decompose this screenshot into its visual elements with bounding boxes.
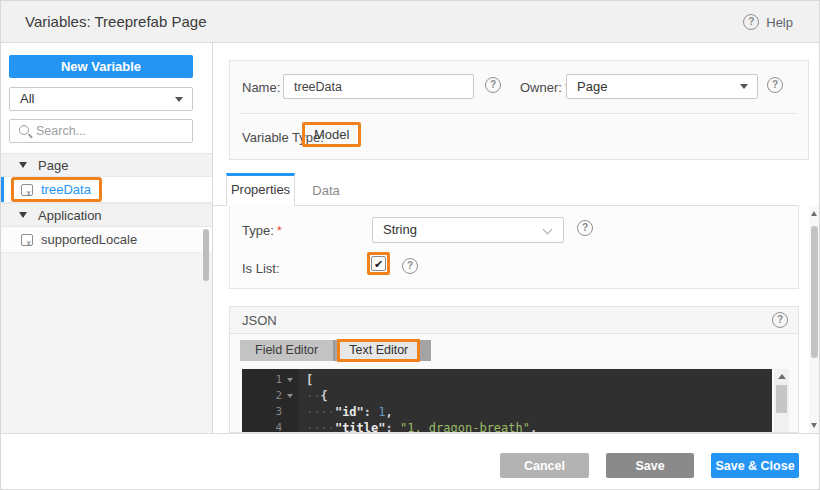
- sidebar-item-supportedlocale[interactable]: xsupportedLocale: [1, 227, 212, 253]
- owner-help-icon[interactable]: ?: [767, 77, 783, 93]
- is-list-help-icon[interactable]: ?: [402, 258, 418, 274]
- variables-tree: PagextreeDataApplicationxsupportedLocale: [1, 153, 212, 253]
- highlight-box: xtreeData: [11, 177, 102, 202]
- search-icon: [19, 125, 29, 135]
- help-label: Help: [766, 15, 793, 30]
- item-content: xsupportedLocale: [21, 232, 137, 247]
- code-line: 3····"id": 1,: [242, 404, 772, 420]
- cancel-button[interactable]: Cancel: [500, 453, 589, 478]
- scroll-up-arrow-icon[interactable]: [811, 211, 817, 216]
- variables-dialog: Variables: Treeprefab Page ? Help New Va…: [0, 0, 820, 490]
- json-code-editor[interactable]: 1[2··{3····"id": 1,4····"title": "1. dra…: [242, 369, 772, 433]
- json-panel-header: JSON ?: [230, 307, 798, 334]
- line-number: 3: [242, 404, 282, 420]
- dropdown-caret-icon: [740, 84, 748, 89]
- line-number: 4: [242, 420, 282, 433]
- page-title: Variables: Treeprefab Page: [25, 13, 207, 30]
- content-scrollbar[interactable]: [809, 206, 820, 433]
- tree-group-label: Page: [38, 158, 68, 173]
- chevron-down-icon: [543, 225, 553, 235]
- code-line: 4····"title": "1. dragon-breath",: [242, 420, 772, 433]
- sidebar-scrollbar-thumb[interactable]: [203, 229, 209, 281]
- dropdown-caret-icon: [175, 97, 183, 102]
- properties-panel: Type:* String ? Is List: ✔ ?: [229, 206, 799, 289]
- search-input[interactable]: [36, 121, 188, 141]
- variable-type-value-highlighted: Model: [302, 122, 361, 147]
- divider: [240, 113, 798, 114]
- code-lines: 1[2··{3····"id": 1,4····"title": "1. dra…: [242, 372, 772, 433]
- is-list-highlight-box: ✔: [367, 252, 390, 275]
- owner-label: Owner:*: [520, 80, 570, 95]
- required-marker: *: [277, 223, 282, 238]
- scroll-down-arrow-icon[interactable]: [811, 423, 817, 428]
- code-line: 1[: [242, 372, 772, 388]
- json-help-icon[interactable]: ?: [772, 312, 788, 328]
- variable-summary-panel: Name:* ? Owner:* Page ? Variable Type: M…: [229, 60, 809, 160]
- owner-select[interactable]: Page: [566, 74, 758, 99]
- variable-filter-select[interactable]: All: [9, 87, 193, 111]
- json-panel: JSON ? Field Editor Text Editor 1[2··{3·…: [229, 306, 799, 433]
- help-circle-icon: ?: [743, 14, 759, 30]
- model-variable-icon: x: [21, 184, 33, 196]
- save-and-close-button[interactable]: Save & Close: [711, 453, 799, 478]
- content-scrollbar-thumb[interactable]: [811, 226, 818, 358]
- variable-name-label: treeData: [41, 182, 91, 197]
- editor-scrollbar-thumb[interactable]: [776, 385, 787, 413]
- type-selected-value: String: [383, 222, 417, 237]
- variables-sidebar: New Variable All PagextreeDataApplicatio…: [1, 43, 213, 433]
- model-variable-icon: x: [21, 234, 33, 246]
- variable-search: [9, 119, 193, 143]
- name-input[interactable]: [283, 74, 474, 99]
- field-editor-tab[interactable]: Field Editor: [240, 340, 335, 361]
- editor-mode-toggle: Field Editor Text Editor: [240, 340, 431, 361]
- dialog-footer: Cancel Save Save & Close: [1, 433, 820, 490]
- collapse-caret-icon[interactable]: [19, 212, 27, 218]
- type-help-icon[interactable]: ?: [577, 220, 593, 236]
- fold-caret-icon[interactable]: [287, 394, 293, 398]
- collapse-caret-icon[interactable]: [19, 162, 27, 168]
- name-help-icon[interactable]: ?: [485, 77, 501, 93]
- tree-group-application[interactable]: Application: [1, 203, 212, 227]
- dialog-header: Variables: Treeprefab Page ? Help: [1, 1, 820, 43]
- owner-selected-value: Page: [577, 79, 607, 94]
- tab-properties[interactable]: Properties: [226, 173, 295, 206]
- variable-name-label: supportedLocale: [41, 232, 137, 247]
- tree-group-label: Application: [38, 208, 102, 223]
- code-text: ··{: [306, 388, 328, 404]
- text-editor-tab-highlighted[interactable]: Text Editor: [337, 339, 420, 362]
- tree-group-page[interactable]: Page: [1, 153, 212, 177]
- scroll-up-arrow-icon[interactable]: [778, 374, 786, 379]
- line-number: 1: [242, 372, 282, 388]
- fold-caret-icon[interactable]: [287, 378, 293, 382]
- sidebar-item-treedata[interactable]: xtreeData: [1, 177, 212, 203]
- is-list-label: Is List:: [242, 261, 280, 276]
- code-text: ····"title": "1. dragon-breath",: [306, 420, 537, 433]
- is-list-checkbox[interactable]: ✔: [371, 256, 386, 271]
- new-variable-button[interactable]: New Variable: [9, 55, 193, 78]
- code-text: [: [306, 372, 313, 388]
- editor-scrollbar[interactable]: [774, 369, 789, 433]
- help-link[interactable]: ? Help: [743, 14, 793, 30]
- type-select[interactable]: String: [372, 217, 564, 243]
- json-title: JSON: [242, 313, 277, 328]
- name-label: Name:*: [242, 80, 288, 95]
- tab-data[interactable]: Data: [295, 176, 357, 206]
- type-label: Type:*: [242, 223, 282, 238]
- save-button[interactable]: Save: [606, 453, 694, 478]
- code-line: 2··{: [242, 388, 772, 404]
- code-text: ····"id": 1,: [306, 404, 393, 420]
- line-number: 2: [242, 388, 282, 404]
- filter-selected-value: All: [20, 91, 34, 106]
